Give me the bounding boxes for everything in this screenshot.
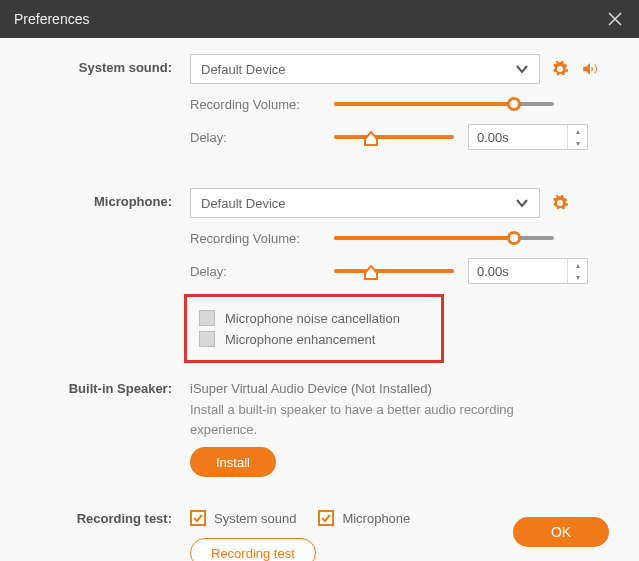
speaker-desc: Install a built-in speaker to have a bet…: [190, 400, 550, 439]
noise-cancellation-checkbox[interactable]: [199, 310, 215, 326]
test-microphone-label: Microphone: [342, 511, 410, 526]
system-sound-settings-button[interactable]: [550, 59, 570, 79]
microphone-delay-slider[interactable]: [334, 261, 454, 281]
check-icon: [192, 512, 204, 524]
chevron-down-icon: [515, 62, 529, 76]
recording-test-label: Recording test:: [30, 505, 190, 561]
microphone-label: Microphone:: [30, 188, 190, 369]
mic-enhancement-checkbox[interactable]: [199, 331, 215, 347]
close-button[interactable]: [605, 9, 625, 29]
gear-icon: [551, 194, 569, 212]
system-sound-delay-stepper[interactable]: 0.00s ▴ ▾: [468, 124, 588, 150]
stepper-down-icon[interactable]: ▾: [568, 137, 587, 149]
gear-icon: [551, 60, 569, 78]
speaker-label: Built-in Speaker:: [30, 375, 190, 477]
mic-options-highlight: Microphone noise cancellation Microphone…: [184, 294, 444, 363]
stepper-down-icon[interactable]: ▾: [568, 271, 587, 283]
microphone-rec-vol-label: Recording Volume:: [190, 231, 320, 246]
install-button[interactable]: Install: [190, 447, 276, 477]
recording-test-button[interactable]: Recording test: [190, 538, 316, 561]
system-sound-rec-vol-slider[interactable]: [334, 94, 554, 114]
system-sound-rec-vol-label: Recording Volume:: [190, 97, 320, 112]
microphone-delay-stepper[interactable]: 0.00s ▴ ▾: [468, 258, 588, 284]
noise-cancellation-label: Microphone noise cancellation: [225, 311, 400, 326]
test-microphone-checkbox[interactable]: [318, 510, 334, 526]
stepper-up-icon[interactable]: ▴: [568, 259, 587, 271]
ok-button[interactable]: OK: [513, 517, 609, 547]
titlebar: Preferences: [0, 0, 639, 38]
system-sound-delay-label: Delay:: [190, 130, 320, 145]
mic-enhancement-label: Microphone enhancement: [225, 332, 375, 347]
microphone-rec-vol-slider[interactable]: [334, 228, 554, 248]
check-icon: [320, 512, 332, 524]
system-sound-device-select[interactable]: Default Device: [190, 54, 540, 84]
speaker-status: iSuper Virtual Audio Device (Not Install…: [190, 375, 609, 396]
system-sound-delay-slider[interactable]: [334, 127, 454, 147]
microphone-delay-label: Delay:: [190, 264, 320, 279]
test-system-sound-checkbox[interactable]: [190, 510, 206, 526]
volume-icon: [580, 60, 600, 78]
test-system-sound-label: System sound: [214, 511, 296, 526]
system-sound-label: System sound:: [30, 54, 190, 160]
microphone-device-select[interactable]: Default Device: [190, 188, 540, 218]
microphone-settings-button[interactable]: [550, 193, 570, 213]
window-title: Preferences: [14, 11, 89, 27]
close-icon: [608, 12, 622, 26]
microphone-device-value: Default Device: [201, 196, 286, 211]
microphone-delay-value: 0.00s: [469, 264, 567, 279]
stepper-up-icon[interactable]: ▴: [568, 125, 587, 137]
system-sound-volume-button[interactable]: [580, 59, 600, 79]
chevron-down-icon: [515, 196, 529, 210]
system-sound-delay-value: 0.00s: [469, 130, 567, 145]
system-sound-device-value: Default Device: [201, 62, 286, 77]
